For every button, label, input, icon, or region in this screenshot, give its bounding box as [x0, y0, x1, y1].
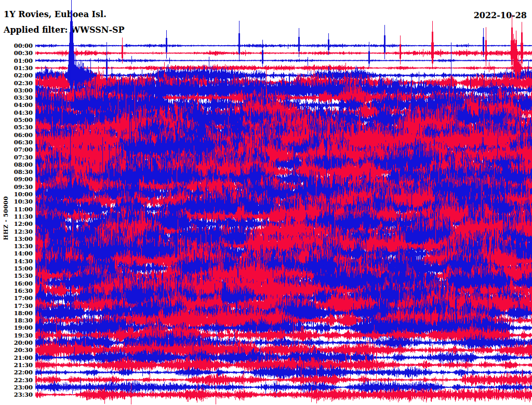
time-label: 12:30 — [0, 228, 33, 235]
time-label: 14:00 — [0, 250, 33, 256]
time-label: 05:00 — [0, 117, 33, 123]
time-label: 06:00 — [0, 132, 33, 138]
time-label: 14:30 — [0, 258, 33, 264]
time-label: 23:30 — [0, 392, 33, 398]
time-label: 21:30 — [0, 362, 33, 368]
time-label: 17:00 — [0, 295, 33, 301]
time-label: 21:00 — [0, 355, 33, 361]
time-label: 13:00 — [0, 236, 33, 242]
time-label: 19:30 — [0, 332, 33, 339]
time-label: 07:00 — [0, 146, 33, 153]
time-label: 03:30 — [0, 95, 33, 101]
helicorder-canvas — [0, 0, 532, 405]
time-label: 17:30 — [0, 303, 33, 309]
time-label: 00:00 — [0, 43, 33, 49]
time-label: 12:00 — [0, 221, 33, 227]
time-label: 08:00 — [0, 161, 33, 168]
time-label: 18:00 — [0, 310, 33, 316]
time-label: 04:30 — [0, 110, 33, 116]
time-label: 16:00 — [0, 280, 33, 287]
station-title: 1Y Rovies, Euboea Isl. — [4, 9, 107, 19]
time-label: 11:00 — [0, 206, 33, 212]
time-label: 09:30 — [0, 184, 33, 190]
time-label: 07:30 — [0, 154, 33, 160]
time-label: 08:30 — [0, 169, 33, 175]
time-label: 15:00 — [0, 265, 33, 272]
time-label: 13:30 — [0, 243, 33, 249]
time-label: 11:30 — [0, 213, 33, 220]
time-label: 15:30 — [0, 273, 33, 279]
time-label: 09:00 — [0, 176, 33, 182]
time-label: 00:30 — [0, 50, 33, 56]
filter-label: Applied filter: WWSSN-SP — [4, 25, 125, 35]
date-label: 2022-10-28 — [474, 10, 527, 20]
time-label: 04:00 — [0, 102, 33, 108]
time-label: 18:30 — [0, 317, 33, 323]
time-label: 05:30 — [0, 124, 33, 130]
time-label: 02:00 — [0, 72, 33, 78]
time-label: 22:30 — [0, 377, 33, 383]
helicorder-page: { "header": { "station_title": "1Y Rovie… — [0, 0, 532, 405]
time-label: 16:30 — [0, 288, 33, 294]
time-label: 01:30 — [0, 65, 33, 71]
time-label: 22:00 — [0, 369, 33, 375]
time-label: 02:30 — [0, 80, 33, 86]
time-label: 10:30 — [0, 198, 33, 205]
time-label: 19:00 — [0, 325, 33, 331]
time-label: 01:00 — [0, 58, 33, 64]
time-label: 20:30 — [0, 347, 33, 353]
time-label: 10:00 — [0, 191, 33, 197]
time-label: 06:30 — [0, 139, 33, 145]
time-label: 03:00 — [0, 87, 33, 93]
time-label: 20:00 — [0, 340, 33, 346]
time-label: 23:00 — [0, 384, 33, 390]
